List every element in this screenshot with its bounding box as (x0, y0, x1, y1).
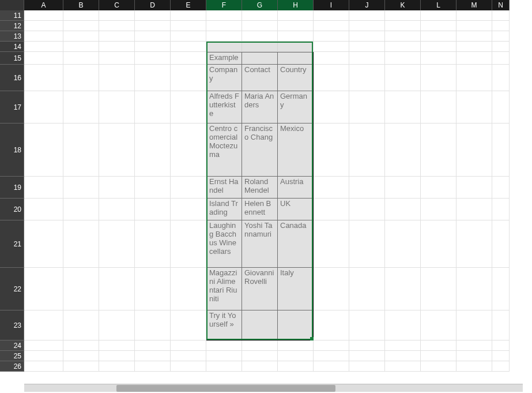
horizontal-scrollbar-thumb[interactable] (116, 385, 335, 392)
cell-F13[interactable] (206, 31, 242, 42)
cell-M22[interactable] (456, 268, 492, 310)
cell-I13[interactable] (314, 31, 349, 42)
cell-G21[interactable]: Yoshi Tannamuri (242, 220, 278, 268)
cell-I14[interactable] (314, 42, 349, 52)
cell-F20[interactable]: Island Trading (206, 199, 242, 220)
column-header-D[interactable]: D (135, 0, 171, 10)
cell-E14[interactable] (171, 42, 206, 52)
cell-D14[interactable] (135, 42, 171, 52)
cell-J24[interactable] (349, 340, 385, 351)
cell-A14[interactable] (24, 42, 63, 52)
cell-I16[interactable] (314, 65, 349, 91)
cell-A11[interactable] (24, 10, 63, 21)
cell-K11[interactable] (385, 10, 421, 21)
cell-D17[interactable] (135, 91, 171, 123)
cell-D11[interactable] (135, 10, 171, 21)
cell-C25[interactable] (99, 351, 135, 361)
cell-N25[interactable] (492, 351, 510, 361)
cell-I21[interactable] (314, 220, 349, 268)
column-header-F[interactable]: F (206, 0, 242, 10)
cell-D21[interactable] (135, 220, 171, 268)
cell-H26[interactable] (278, 361, 314, 372)
cell-L20[interactable] (421, 199, 456, 220)
cell-B19[interactable] (63, 177, 99, 199)
cell-C23[interactable] (99, 310, 135, 340)
cell-N20[interactable] (492, 199, 510, 220)
cell-M11[interactable] (456, 10, 492, 21)
horizontal-scrollbar[interactable] (24, 384, 523, 392)
column-header-I[interactable]: I (314, 0, 349, 10)
cell-N17[interactable] (492, 91, 510, 123)
cell-A16[interactable] (24, 65, 63, 91)
cell-F25[interactable] (206, 351, 242, 361)
cell-K18[interactable] (385, 123, 421, 177)
cell-grid[interactable]: ExampleCompanyContactCountryAlfreds Futt… (24, 10, 510, 372)
cell-H11[interactable] (278, 10, 314, 21)
row-header-21[interactable]: 21 (0, 220, 24, 268)
cell-G11[interactable] (242, 10, 278, 21)
cell-J18[interactable] (349, 123, 385, 177)
column-header-H[interactable]: H (278, 0, 314, 10)
cell-H23[interactable] (278, 310, 314, 340)
cell-D25[interactable] (135, 351, 171, 361)
cell-F18[interactable]: Centro comercial Moctezuma (206, 123, 242, 177)
row-header-16[interactable]: 16 (0, 65, 24, 91)
cell-J23[interactable] (349, 310, 385, 340)
cell-N13[interactable] (492, 31, 510, 42)
cell-H22[interactable]: Italy (278, 268, 314, 310)
cell-G25[interactable] (242, 351, 278, 361)
cell-F24[interactable] (206, 340, 242, 351)
cell-M21[interactable] (456, 220, 492, 268)
cell-G24[interactable] (242, 340, 278, 351)
cell-F12[interactable] (206, 21, 242, 31)
cell-J22[interactable] (349, 268, 385, 310)
row-header-11[interactable]: 11 (0, 10, 24, 21)
cell-H20[interactable]: UK (278, 199, 314, 220)
cell-D16[interactable] (135, 65, 171, 91)
cell-A24[interactable] (24, 340, 63, 351)
cell-D26[interactable] (135, 361, 171, 372)
cell-I20[interactable] (314, 199, 349, 220)
cell-E15[interactable] (171, 52, 206, 65)
cell-J19[interactable] (349, 177, 385, 199)
cell-F16[interactable]: Company (206, 65, 242, 91)
cell-G23[interactable] (242, 310, 278, 340)
cell-E19[interactable] (171, 177, 206, 199)
row-header-15[interactable]: 15 (0, 52, 24, 65)
cell-J17[interactable] (349, 91, 385, 123)
cell-L13[interactable] (421, 31, 456, 42)
cell-D12[interactable] (135, 21, 171, 31)
cell-M19[interactable] (456, 177, 492, 199)
cell-F17[interactable]: Alfreds Futterkiste (206, 91, 242, 123)
cell-A18[interactable] (24, 123, 63, 177)
cell-K22[interactable] (385, 268, 421, 310)
cell-B18[interactable] (63, 123, 99, 177)
cell-A25[interactable] (24, 351, 63, 361)
cell-A13[interactable] (24, 31, 63, 42)
cell-J12[interactable] (349, 21, 385, 31)
cell-I22[interactable] (314, 268, 349, 310)
cell-I19[interactable] (314, 177, 349, 199)
cell-L26[interactable] (421, 361, 456, 372)
cell-C12[interactable] (99, 21, 135, 31)
cell-M12[interactable] (456, 21, 492, 31)
cell-L15[interactable] (421, 52, 456, 65)
cell-I25[interactable] (314, 351, 349, 361)
cell-D13[interactable] (135, 31, 171, 42)
cell-H12[interactable] (278, 21, 314, 31)
cell-C20[interactable] (99, 199, 135, 220)
cell-L12[interactable] (421, 21, 456, 31)
cell-J13[interactable] (349, 31, 385, 42)
cell-C19[interactable] (99, 177, 135, 199)
cell-M17[interactable] (456, 91, 492, 123)
cell-K17[interactable] (385, 91, 421, 123)
cell-E13[interactable] (171, 31, 206, 42)
cell-A22[interactable] (24, 268, 63, 310)
cell-H15[interactable] (278, 52, 314, 65)
cell-J21[interactable] (349, 220, 385, 268)
cell-B13[interactable] (63, 31, 99, 42)
cell-L18[interactable] (421, 123, 456, 177)
cell-M13[interactable] (456, 31, 492, 42)
cell-B24[interactable] (63, 340, 99, 351)
cell-E23[interactable] (171, 310, 206, 340)
